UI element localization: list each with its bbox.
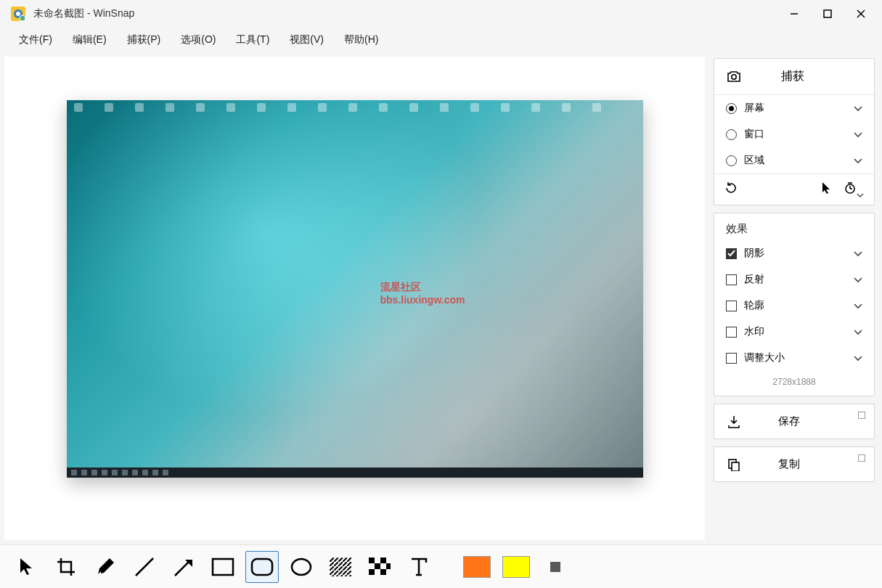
svg-rect-5	[824, 10, 831, 17]
svg-point-8	[732, 74, 736, 78]
blur-tool[interactable]	[324, 551, 357, 583]
close-button[interactable]	[844, 2, 878, 25]
effects-title: 效果	[714, 213, 874, 240]
chevron-down-icon[interactable]	[854, 102, 862, 114]
delay-button[interactable]	[844, 181, 864, 197]
svg-rect-27	[380, 569, 386, 575]
capture-region-label: 区域	[744, 154, 854, 167]
svg-rect-23	[380, 558, 386, 563]
ellipse-tool[interactable]	[285, 551, 318, 583]
chevron-down-icon[interactable]	[854, 248, 862, 259]
maximize-button[interactable]	[811, 2, 844, 25]
options-indicator[interactable]	[858, 454, 865, 462]
chevron-down-icon[interactable]	[854, 155, 862, 166]
effect-outline-label: 轮廓	[744, 299, 854, 312]
svg-rect-24	[375, 563, 380, 569]
svg-rect-21	[330, 558, 351, 576]
svg-rect-17	[213, 559, 233, 575]
app-icon	[10, 6, 26, 22]
pen-tool[interactable]	[89, 551, 122, 583]
capture-panel-header: 捕获	[714, 59, 874, 95]
sidebar: 捕获 屏幕 窗口 区域	[709, 52, 882, 544]
checkbox-icon	[726, 274, 737, 285]
capture-window-option[interactable]: 窗口	[714, 121, 874, 147]
crop-tool[interactable]	[49, 551, 83, 583]
arrow-tool[interactable]	[167, 551, 200, 583]
svg-rect-22	[369, 558, 375, 563]
checkbox-checked-icon	[726, 248, 737, 259]
capture-screen-label: 屏幕	[744, 102, 854, 115]
checkbox-icon	[726, 353, 737, 364]
image-dimensions: 2728x1888	[714, 371, 874, 396]
chevron-down-icon[interactable]	[854, 300, 862, 311]
screenshot-preview: 流星社区 bbs.liuxingw.com	[67, 100, 643, 478]
text-tool[interactable]	[402, 551, 436, 583]
capture-region-option[interactable]: 区域	[714, 147, 874, 173]
svg-line-15	[136, 558, 153, 576]
menu-options[interactable]: 选项(O)	[171, 29, 226, 51]
rounded-rect-tool[interactable]	[245, 551, 279, 583]
effects-panel: 效果 阴影 反射 轮廓 水印 调	[714, 213, 875, 396]
pixelate-tool[interactable]	[363, 551, 396, 583]
svg-rect-25	[386, 563, 391, 569]
minimize-button[interactable]	[777, 2, 811, 25]
copy-icon	[726, 458, 742, 471]
select-tool[interactable]	[10, 551, 44, 583]
cursor-toggle-button[interactable]	[822, 181, 832, 197]
menu-edit[interactable]: 编辑(E)	[62, 29, 117, 51]
capture-panel: 捕获 屏幕 窗口 区域	[714, 58, 875, 205]
copy-button[interactable]: 复制	[714, 447, 874, 481]
effect-shadow-label: 阴影	[744, 247, 854, 260]
chevron-down-icon[interactable]	[854, 352, 862, 364]
copy-panel: 复制	[714, 446, 875, 482]
redo-capture-button[interactable]	[724, 181, 738, 197]
color-secondary[interactable]	[499, 551, 533, 583]
color-primary[interactable]	[460, 551, 494, 583]
radio-checked-icon	[726, 103, 737, 114]
checkbox-icon	[726, 301, 737, 311]
save-button[interactable]: 保存	[714, 404, 874, 438]
watermark-overlay: 流星社区 bbs.liuxingw.com	[380, 280, 465, 306]
watermark-line2: bbs.liuxingw.com	[380, 293, 465, 306]
capture-title: 捕获	[767, 69, 862, 84]
size-indicator[interactable]	[539, 551, 572, 583]
save-label: 保存	[769, 415, 862, 428]
download-icon	[726, 415, 742, 428]
menu-help[interactable]: 帮助(H)	[334, 29, 388, 51]
radio-icon	[726, 155, 737, 166]
canvas-area[interactable]: 流星社区 bbs.liuxingw.com	[4, 57, 705, 540]
chevron-down-icon[interactable]	[854, 274, 862, 285]
svg-point-3	[20, 15, 25, 21]
save-panel: 保存	[714, 404, 875, 439]
menu-view[interactable]: 视图(V)	[279, 29, 334, 51]
watermark-line1: 流星社区	[380, 280, 465, 293]
line-tool[interactable]	[128, 551, 161, 583]
chevron-down-icon[interactable]	[854, 128, 862, 140]
copy-label: 复制	[769, 457, 862, 471]
effect-shadow-option[interactable]: 阴影	[714, 240, 874, 266]
svg-rect-18	[252, 559, 272, 575]
svg-point-2	[16, 12, 20, 16]
options-indicator[interactable]	[858, 412, 865, 419]
effect-reflection-option[interactable]: 反射	[714, 266, 874, 293]
svg-rect-14	[732, 462, 739, 471]
capture-screen-option[interactable]: 屏幕	[714, 95, 874, 121]
capture-window-label: 窗口	[744, 128, 854, 141]
svg-point-19	[292, 559, 311, 575]
svg-rect-26	[369, 569, 375, 575]
effect-watermark-option[interactable]: 水印	[714, 319, 874, 345]
checkbox-icon	[726, 327, 737, 338]
effect-reflection-label: 反射	[744, 273, 854, 286]
effect-outline-option[interactable]: 轮廓	[714, 293, 874, 319]
menu-tools[interactable]: 工具(T)	[226, 29, 279, 51]
rectangle-tool[interactable]	[206, 551, 240, 583]
chevron-down-icon[interactable]	[854, 326, 862, 338]
bottom-toolbar	[0, 544, 882, 588]
radio-icon	[726, 129, 737, 140]
titlebar: 未命名截图 - WinSnap	[0, 0, 882, 28]
effect-resize-option[interactable]: 调整大小	[714, 345, 874, 371]
effect-watermark-label: 水印	[744, 325, 854, 338]
menu-capture[interactable]: 捕获(P)	[117, 29, 171, 51]
svg-line-16	[175, 561, 189, 576]
menu-file[interactable]: 文件(F)	[9, 29, 62, 51]
